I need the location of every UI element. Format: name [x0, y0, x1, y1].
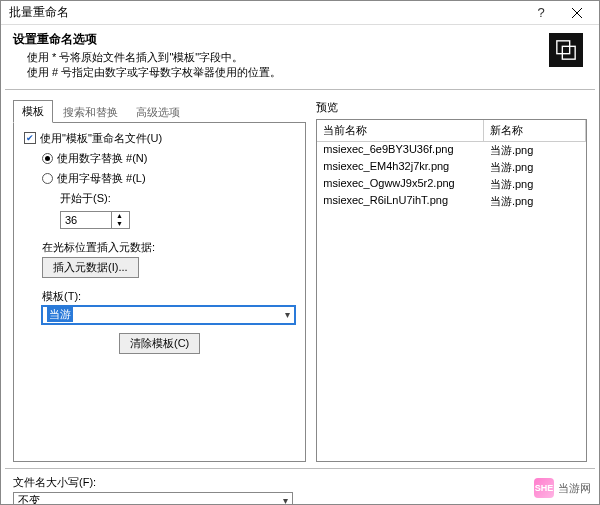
cell-current-name: msiexec_6e9BY3U36f.png — [317, 142, 484, 159]
filecase-label: 文件名大小写(F): — [13, 475, 96, 490]
cell-current-name: msiexec_EM4h32j7kr.png — [317, 159, 484, 176]
header-title: 设置重命名选项 — [13, 31, 541, 48]
preview-listbox[interactable]: 当前名称 新名称 msiexec_6e9BY3U36f.png当游.pngmsi… — [316, 119, 587, 462]
window-title: 批量重命名 — [9, 4, 523, 21]
column-new-name[interactable]: 新名称 — [484, 120, 586, 141]
tab-advanced[interactable]: 高级选项 — [128, 102, 188, 123]
filecase-combobox[interactable]: 不变 ▾ — [13, 492, 293, 505]
use-template-checkbox[interactable] — [24, 132, 36, 144]
column-current-name[interactable]: 当前名称 — [317, 120, 484, 141]
batch-rename-icon — [549, 33, 583, 67]
close-button[interactable] — [559, 1, 595, 25]
cell-current-name: msiexec_OgwwJ9x5r2.png — [317, 176, 484, 193]
table-row[interactable]: msiexec_6e9BY3U36f.png当游.png — [317, 142, 586, 159]
numeric-replace-label: 使用数字替换 #(N) — [57, 151, 147, 166]
spinner-down[interactable]: ▼ — [112, 220, 127, 228]
start-at-label: 开始于(S): — [60, 191, 111, 206]
numeric-replace-radio[interactable] — [42, 153, 53, 164]
table-row[interactable]: msiexec_OgwwJ9x5r2.png当游.png — [317, 176, 586, 193]
start-at-input[interactable] — [61, 212, 111, 228]
header-instruction-2: 使用 # 号指定由数字或字母数字枚举器使用的位置。 — [13, 65, 541, 80]
alpha-replace-radio[interactable] — [42, 173, 53, 184]
table-row[interactable]: msiexec_EM4h32j7kr.png当游.png — [317, 159, 586, 176]
insert-meta-button[interactable]: 插入元数据(I)... — [42, 257, 139, 278]
start-at-spinner[interactable]: ▲ ▼ — [60, 211, 130, 229]
table-row[interactable]: msiexec_R6iLnU7ihT.png当游.png — [317, 193, 586, 210]
cell-new-name: 当游.png — [484, 176, 586, 193]
header-instruction-1: 使用 * 号将原始文件名插入到"模板"字段中。 — [13, 50, 541, 65]
cell-new-name: 当游.png — [484, 142, 586, 159]
alpha-replace-label: 使用字母替换 #(L) — [57, 171, 146, 186]
filecase-value: 不变 — [18, 493, 40, 505]
template-combobox[interactable]: 当游 ▾ — [42, 306, 295, 324]
chevron-down-icon: ▾ — [285, 309, 290, 320]
use-template-label: 使用"模板"重命名文件(U) — [40, 131, 162, 146]
svg-rect-3 — [562, 46, 575, 59]
clear-template-button[interactable]: 清除模板(C) — [119, 333, 200, 354]
tab-template[interactable]: 模板 — [13, 100, 53, 123]
preview-label: 预览 — [316, 100, 587, 115]
template-field-label: 模板(T): — [24, 289, 295, 304]
help-button[interactable]: ? — [523, 1, 559, 25]
svg-rect-2 — [557, 41, 570, 54]
template-value: 当游 — [47, 307, 73, 322]
cell-current-name: msiexec_R6iLnU7ihT.png — [317, 193, 484, 210]
chevron-down-icon: ▾ — [283, 495, 288, 505]
spinner-up[interactable]: ▲ — [112, 212, 127, 220]
cell-new-name: 当游.png — [484, 193, 586, 210]
close-icon — [572, 8, 582, 18]
insert-meta-label: 在光标位置插入元数据: — [24, 240, 295, 255]
tab-search-replace[interactable]: 搜索和替换 — [55, 102, 126, 123]
cell-new-name: 当游.png — [484, 159, 586, 176]
